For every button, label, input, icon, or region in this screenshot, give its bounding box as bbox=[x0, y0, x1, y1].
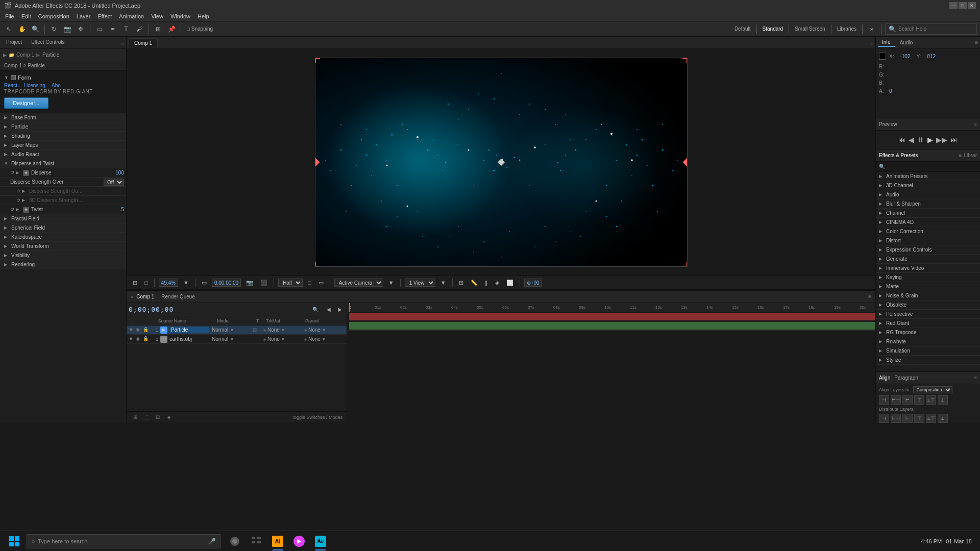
workspace-standard[interactable]: Standard bbox=[761, 26, 786, 32]
menu-animation[interactable]: Animation bbox=[116, 12, 147, 20]
layer-row-2[interactable]: 👁 ◉ 🔓 2 3D earths.obj Normal ▼ bbox=[127, 335, 347, 344]
zoom-tool[interactable]: 🔍 bbox=[30, 23, 41, 35]
timeline-menu[interactable]: ≡ bbox=[868, 294, 871, 299]
effect-twist[interactable]: ⏱ ▶ ◈ Twist 5 bbox=[0, 205, 126, 214]
camera-select[interactable]: Active Camera bbox=[334, 279, 383, 287]
form-checkbox[interactable] bbox=[11, 75, 16, 80]
tl-search-btn[interactable]: 🔍 bbox=[311, 305, 320, 314]
text-tool[interactable]: T bbox=[120, 23, 132, 35]
taskbar-media[interactable]: ▶ bbox=[289, 532, 309, 550]
guides-toggle[interactable]: ‖ bbox=[483, 279, 490, 287]
layer-row-1[interactable]: 👁 ◉ 🔓 1 ▶ Particle Normal ▼ ☑ bbox=[127, 325, 347, 335]
view-select[interactable]: 1 View bbox=[405, 279, 435, 287]
search-button[interactable]: 🔍 Search Help bbox=[885, 23, 977, 35]
layer-solo-1[interactable]: ◉ bbox=[136, 327, 142, 333]
pan-tool[interactable]: ✥ bbox=[75, 23, 86, 35]
layer-visibility-1[interactable]: 👁 bbox=[129, 327, 135, 333]
puppet-tool[interactable]: 📌 bbox=[166, 23, 177, 35]
menu-file[interactable]: File bbox=[2, 12, 17, 20]
align-menu[interactable]: ≡ bbox=[974, 375, 977, 381]
info-panel-menu[interactable]: ≡ bbox=[975, 40, 978, 45]
form-tab-abo[interactable]: Abo bbox=[52, 83, 61, 88]
form-expand-arrow[interactable]: ▼ bbox=[4, 75, 9, 80]
zoom-display[interactable]: 49.4% bbox=[159, 279, 178, 287]
snapshot-btn[interactable]: 📷 bbox=[244, 279, 255, 287]
effect-noise-grain[interactable]: ▶ Noise & Grain bbox=[876, 291, 980, 300]
effect-spherical-field[interactable]: ▶ Spherical Field bbox=[0, 223, 126, 233]
menu-window[interactable]: Window bbox=[167, 12, 193, 20]
effect-perspective[interactable]: ▶ Perspective bbox=[876, 310, 980, 319]
disperse-strength-dropdown[interactable]: Off bbox=[104, 179, 124, 186]
preview-stop[interactable]: ⏸ bbox=[917, 136, 924, 144]
effect-shading[interactable]: ▶ Shading bbox=[0, 132, 126, 141]
effect-keying[interactable]: ▶ Keying bbox=[876, 273, 980, 282]
effect-matte[interactable]: ▶ Matte bbox=[876, 282, 980, 291]
effect-audio[interactable]: ▶ Audio bbox=[876, 190, 980, 199]
dist-top[interactable]: ⊤ bbox=[914, 414, 924, 423]
grid-toggle[interactable]: ⊞ bbox=[457, 279, 465, 287]
comp1-timeline-tab[interactable]: Comp 1 bbox=[136, 294, 154, 299]
align-to-select[interactable]: Composition bbox=[913, 386, 952, 393]
layer-lock-2[interactable]: 🔓 bbox=[143, 336, 149, 342]
workspace-small[interactable]: Small Screen bbox=[793, 26, 827, 32]
rotate-tool[interactable]: ↻ bbox=[48, 23, 60, 35]
align-bottom[interactable]: ⊥ bbox=[938, 395, 948, 405]
zoom-dropdown[interactable]: ▼ bbox=[181, 279, 191, 287]
menu-view[interactable]: View bbox=[148, 12, 166, 20]
effect-3d-channel[interactable]: ▶ 3D Channel bbox=[876, 181, 980, 190]
align-center-h[interactable]: ⊢⊣ bbox=[891, 395, 901, 405]
camera-options[interactable]: ▼ bbox=[386, 279, 396, 287]
align-tool[interactable]: ⊞ bbox=[153, 23, 164, 35]
workspace-libraries[interactable]: Libraries bbox=[835, 26, 859, 32]
effect-particle[interactable]: ▶ Particle bbox=[0, 122, 126, 132]
layer-solo-2[interactable]: ◉ bbox=[136, 336, 142, 342]
camera-tool[interactable]: 📷 bbox=[62, 23, 73, 35]
brush-tool[interactable]: 🖌 bbox=[134, 23, 145, 35]
layer-mode-1[interactable]: Normal ▼ bbox=[212, 327, 253, 333]
effect-rendering[interactable]: ▶ Rendering bbox=[0, 260, 126, 269]
layer-name-1[interactable]: Particle bbox=[169, 327, 209, 333]
align-right[interactable]: ⊢ bbox=[902, 395, 913, 405]
menu-composition[interactable]: Composition bbox=[35, 12, 72, 20]
effect-controls-tab[interactable]: Effect Controls bbox=[27, 38, 68, 47]
tl-zoom-in[interactable]: ▶ bbox=[335, 305, 345, 314]
effects-panel-menu[interactable]: ≡ bbox=[959, 153, 962, 158]
quality-options[interactable]: □ bbox=[306, 279, 313, 287]
effect-rowbyte[interactable]: ▶ Rowbyte bbox=[876, 337, 980, 346]
ruler-toggle[interactable]: 📏 bbox=[469, 279, 480, 287]
effect-layer-maps[interactable]: ▶ Layer Maps bbox=[0, 141, 126, 150]
designer-button[interactable]: Designer... bbox=[4, 97, 48, 109]
effect-expression-controls[interactable]: ▶ Expression Controls bbox=[876, 245, 980, 255]
preview-viewer-options[interactable]: ⊞ bbox=[131, 279, 139, 287]
maximize-button[interactable]: □ bbox=[959, 2, 967, 9]
preview-next-frame[interactable]: ▶▶ bbox=[936, 136, 947, 144]
project-tab[interactable]: Project bbox=[2, 38, 26, 47]
preview-prev-frame[interactable]: ◀ bbox=[909, 136, 914, 144]
effect-fractal-field[interactable]: ▶ Fractal Field bbox=[0, 214, 126, 223]
panel-menu[interactable]: ≡ bbox=[121, 40, 124, 46]
tl-bottom-btn-3[interactable]: ⊡ bbox=[153, 413, 162, 421]
effects-search-input[interactable] bbox=[887, 164, 977, 169]
taskbar-illustrator[interactable]: Ai bbox=[267, 532, 288, 550]
hand-tool[interactable]: ✋ bbox=[16, 23, 28, 35]
effect-generate[interactable]: ▶ Generate bbox=[876, 255, 980, 264]
render-queue-tab[interactable]: Render Queue bbox=[161, 294, 195, 299]
menu-layer[interactable]: Layer bbox=[74, 12, 94, 20]
preview-play[interactable]: ▶ bbox=[927, 136, 933, 144]
effect-immersive-video[interactable]: ▶ Immersive Video bbox=[876, 264, 980, 273]
effect-simulation[interactable]: ▶ Simulation bbox=[876, 346, 980, 356]
menu-edit[interactable]: Edit bbox=[18, 12, 34, 20]
quality-select[interactable]: Half bbox=[278, 279, 303, 287]
select-tool[interactable]: ↖ bbox=[3, 23, 14, 35]
effect-color-correction[interactable]: ▶ Color Correction bbox=[876, 227, 980, 236]
effect-disperse-twist[interactable]: ▼ Disperse and Twist bbox=[0, 159, 126, 168]
comp-panel-menu[interactable]: ≡ bbox=[870, 40, 873, 46]
render-region[interactable]: ▭ bbox=[316, 279, 326, 287]
dist-center-v[interactable]: ⊥⊤ bbox=[926, 414, 936, 423]
form-tab-licensing[interactable]: Licensing... bbox=[23, 83, 50, 88]
close-button[interactable]: ✕ bbox=[968, 2, 976, 9]
composition-settings[interactable]: ▭ bbox=[200, 279, 209, 287]
layer-mode-2[interactable]: Normal ▼ bbox=[212, 336, 253, 342]
preview-skip-forward[interactable]: ⏭ bbox=[950, 136, 958, 144]
taskbar-task-view[interactable] bbox=[246, 532, 266, 550]
